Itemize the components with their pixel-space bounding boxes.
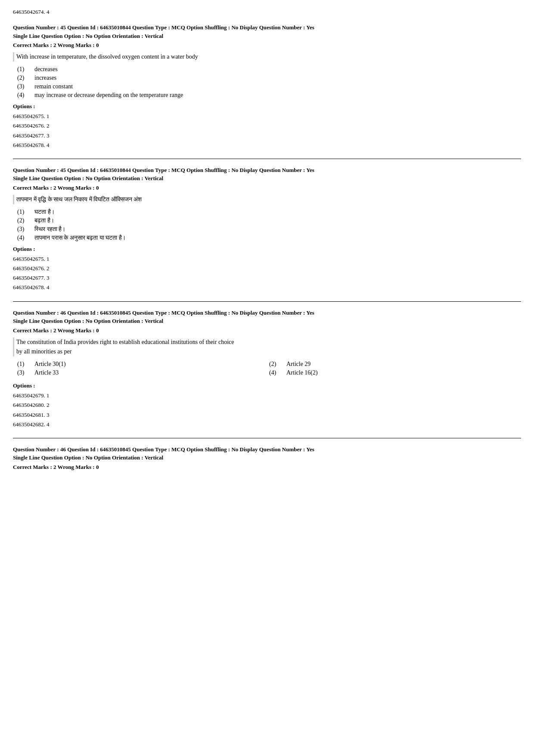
options-list-q45hi: (1) घटता है। (2) बढ़ता है। (3) स्थिर रहत…: [17, 209, 521, 241]
question-block-q46-hi-meta: Question Number : 46 Question Id : 64635…: [13, 445, 521, 471]
option-item: (1) Article 30(1): [17, 361, 269, 368]
option-item: (3) remain constant: [17, 83, 521, 90]
marks-q45hi: Correct Marks : 2 Wrong Marks : 0: [13, 184, 521, 191]
marks-q45en: Correct Marks : 2 Wrong Marks : 0: [13, 42, 521, 49]
question-block-q45-hi: Question Number : 45 Question Id : 64635…: [13, 166, 521, 293]
option-item: (3) स्थिर रहता है।: [17, 226, 521, 233]
divider: [13, 438, 521, 438]
options-ids-q46en: 64635042679. 1 64635042680. 2 6463504268…: [13, 391, 521, 429]
question-text-q45hi: तापमान में वृद्धि के साथ जल निकाय में वि…: [13, 195, 521, 204]
question-meta-q46hi: Question Number : 46 Question Id : 64635…: [13, 445, 521, 462]
options-ids-q45hi: 64635042675. 1 64635042676. 2 6463504267…: [13, 254, 521, 292]
option-item: (4) Article 16(2): [269, 369, 521, 376]
options-list-q45en: (1) decreases (2) increases (3) remain c…: [17, 66, 521, 99]
option-item: (4) may increase or decrease depending o…: [17, 92, 521, 99]
divider: [13, 301, 521, 302]
question-block-q46-en: Question Number : 46 Question Id : 64635…: [13, 309, 521, 429]
option-item: (1) घटता है।: [17, 209, 521, 216]
question-text-q45en: With increase in temperature, the dissol…: [13, 52, 521, 62]
marks-q46hi: Correct Marks : 2 Wrong Marks : 0: [13, 464, 521, 471]
question-meta-q46en: Question Number : 46 Question Id : 64635…: [13, 309, 521, 325]
options-ids-q45en: 64635042675. 1 64635042676. 2 6463504267…: [13, 112, 521, 150]
option-item: (2) Article 29: [269, 361, 521, 368]
marks-q46en: Correct Marks : 2 Wrong Marks : 0: [13, 327, 521, 334]
question-block-q45-en: Question Number : 45 Question Id : 64635…: [13, 23, 521, 150]
page-container: 64635042674. 4 Question Number : 45 Ques…: [13, 9, 521, 471]
divider: [13, 159, 521, 159]
options-label-q45hi: Options :: [13, 246, 521, 253]
option-item: (3) Article 33: [17, 369, 269, 376]
options-grid-q46en: (1) Article 30(1) (2) Article 29 (3) Art…: [17, 361, 521, 378]
option-item: (1) decreases: [17, 66, 521, 73]
question-meta-line1-q45en: Question Number : 45 Question Id : 64635…: [13, 23, 521, 40]
page-id: 64635042674. 4: [13, 9, 521, 16]
question-text-q46en: The constitution of India provides right…: [13, 337, 521, 357]
options-label-q45en: Options :: [13, 103, 521, 110]
question-meta-q45hi: Question Number : 45 Question Id : 64635…: [13, 166, 521, 183]
option-item: (4) तापमान परास के अनुसार बढ़ता या घटता …: [17, 234, 521, 241]
option-item: (2) increases: [17, 75, 521, 81]
option-item: (2) बढ़ता है।: [17, 217, 521, 224]
options-label-q46en: Options :: [13, 382, 521, 389]
